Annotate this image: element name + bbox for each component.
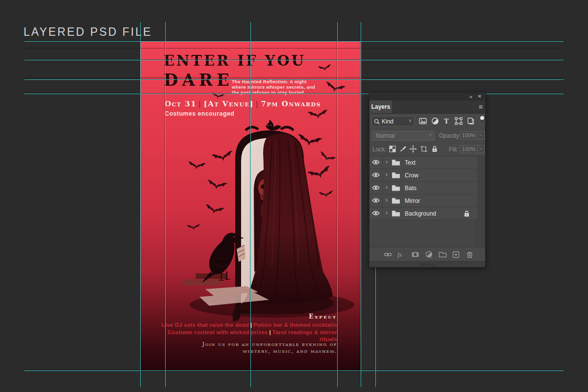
lock-paint-icon[interactable] (399, 145, 407, 153)
horizontal-guide[interactable] (24, 79, 564, 80)
filter-type-layers-icon[interactable]: T (442, 117, 451, 125)
poster-venue: [At Venue] (204, 99, 254, 108)
visibility-cell[interactable] (369, 156, 383, 169)
horizontal-guide[interactable] (24, 370, 564, 371)
lock-transparency-icon[interactable] (389, 145, 396, 153)
expand-chevron-icon[interactable]: › (386, 184, 388, 191)
svg-text:T: T (444, 117, 449, 125)
layer-row-background[interactable]: › Background (369, 207, 477, 220)
collapse-panel-icon[interactable]: « (469, 93, 472, 100)
lock-position-icon[interactable] (409, 145, 417, 153)
lock-all-icon[interactable] (431, 145, 439, 153)
filter-smart-object-icon[interactable] (466, 117, 475, 125)
layer-row-bats[interactable]: › Bats (369, 182, 477, 195)
horizontal-rule-faint (24, 48, 564, 49)
filter-kind-value: Kind (382, 118, 393, 125)
vertical-guide[interactable] (165, 22, 166, 387)
expand-chevron-icon[interactable]: › (386, 171, 388, 178)
poster-subtitle: The Haunted Reflection. A night where mi… (232, 79, 319, 95)
separator: | (254, 99, 261, 108)
opacity-value-box[interactable]: 100% (460, 131, 478, 140)
vertical-guide[interactable] (140, 22, 141, 387)
page-title: LAYERED PSD FILE (24, 25, 152, 39)
layer-name[interactable]: Background (405, 210, 436, 217)
layer-lock-icon (464, 210, 470, 217)
lock-artboard-icon[interactable] (420, 145, 428, 153)
filter-pixel-layers-icon[interactable] (418, 117, 427, 125)
poster-program-lines: Live DJ sets that raise the dead|Potion … (155, 321, 337, 343)
group-folder-icon (392, 197, 400, 204)
expand-chevron-icon[interactable]: › (386, 196, 388, 203)
vertical-guide[interactable] (337, 22, 338, 387)
new-group-icon[interactable] (439, 250, 447, 259)
eye-icon[interactable] (372, 172, 380, 178)
tab-layers[interactable]: Layers (369, 100, 392, 113)
vertical-guide[interactable] (361, 22, 361, 387)
poster-closing-lines: Join us for an unforgettable evening of … (202, 341, 337, 354)
layer-row-mirror[interactable]: › Mirror (369, 195, 477, 207)
horizontal-rule-faint (24, 77, 564, 78)
blend-mode-dropdown[interactable]: Normal ˅ (372, 131, 435, 141)
blend-mode-row: Normal ˅ Opacity: 100% ˅ (369, 129, 485, 143)
horizontal-guide[interactable] (24, 41, 564, 42)
eye-icon[interactable] (372, 197, 380, 203)
filter-kind-dropdown[interactable]: Kind ˅ (371, 116, 415, 126)
close-panel-icon[interactable]: ✕ (478, 93, 482, 100)
layer-name[interactable]: Text (405, 159, 416, 166)
panel-tab-row: Layers ≡ (369, 100, 485, 114)
filter-toggle-icon[interactable] (478, 115, 487, 124)
layers-panel: « ✕ Layers ≡ Kind ˅ T Normal ˅ Opacity: … (369, 92, 486, 268)
visibility-cell[interactable] (369, 195, 383, 207)
layer-style-fx-icon[interactable]: fx (397, 250, 406, 259)
visibility-cell[interactable] (369, 169, 383, 181)
new-adjustment-layer-icon[interactable] (425, 250, 433, 259)
layer-list: › Text › Crow › Bats › Mirror › Backgro (369, 156, 485, 247)
poster-title-line1: ENTER IF YOU (164, 54, 306, 68)
eye-icon[interactable] (372, 159, 380, 165)
opacity-label: Opacity: (439, 132, 461, 139)
visibility-cell[interactable] (369, 207, 383, 220)
add-layer-mask-icon[interactable] (411, 250, 419, 259)
group-folder-icon (392, 172, 400, 178)
group-folder-icon (392, 185, 400, 191)
opacity-chevron-icon[interactable]: ˅ (477, 131, 485, 140)
panel-resize-strip[interactable] (369, 261, 485, 267)
horizontal-guide[interactable] (24, 60, 564, 60)
separator: | (249, 322, 253, 328)
layer-name[interactable]: Mirror (405, 197, 420, 204)
resize-grip[interactable] (420, 264, 435, 266)
poster-time: 7pm Onwards (261, 99, 321, 108)
fill-label: Fill: (449, 146, 458, 153)
separator: | (196, 99, 204, 108)
search-icon (374, 119, 380, 125)
layer-name[interactable]: Bats (405, 185, 416, 192)
program-line-1: Live DJ sets that raise the dead|Potion … (155, 321, 337, 329)
blend-mode-value: Normal (376, 132, 395, 139)
layer-name[interactable]: Crow (405, 172, 418, 179)
group-folder-icon (392, 210, 400, 217)
program-line2-left: Costume contest with wicked prizes (168, 329, 268, 335)
eye-icon[interactable] (372, 210, 380, 216)
vertical-guide[interactable] (250, 22, 251, 387)
program-line1-left: Live DJ sets that raise the dead (162, 322, 249, 328)
panel-menu-icon[interactable]: ≡ (479, 103, 483, 111)
chevron-down-icon: ˅ (429, 132, 432, 138)
filter-adjustment-layers-icon[interactable] (431, 117, 440, 125)
filter-shape-layers-icon[interactable] (454, 117, 463, 125)
closing-line-1: Join us for an unforgettable evening of (202, 341, 337, 348)
lock-row: Lock: Fill: 100% ˅ (369, 143, 485, 156)
panel-title-bar[interactable]: « ✕ (369, 93, 485, 100)
layer-row-text[interactable]: › Text (369, 156, 477, 169)
fill-value-box[interactable]: 100% (460, 145, 478, 153)
eye-icon[interactable] (372, 185, 380, 191)
separator: | (268, 329, 272, 335)
fill-chevron-icon[interactable]: ˅ (477, 145, 485, 153)
new-layer-icon[interactable] (452, 250, 460, 259)
expand-chevron-icon[interactable]: › (386, 209, 388, 216)
visibility-cell[interactable] (369, 182, 383, 194)
link-layers-icon[interactable] (384, 250, 392, 259)
delete-layer-icon[interactable] (466, 250, 474, 259)
expand-chevron-icon[interactable]: › (386, 158, 388, 165)
layer-row-crow[interactable]: › Crow (369, 169, 477, 182)
filter-row: Kind ˅ T (369, 114, 485, 129)
